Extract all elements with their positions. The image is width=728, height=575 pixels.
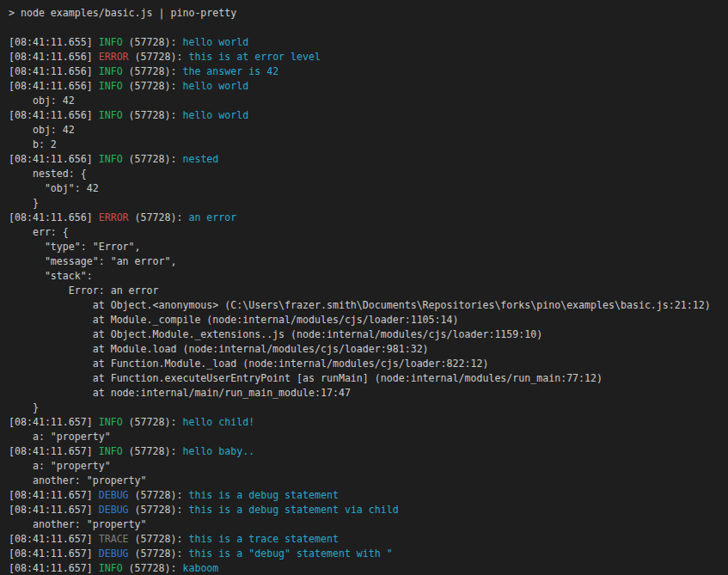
log-message: kaboom — [182, 562, 218, 574]
log-pid: (57728): — [129, 504, 189, 516]
log-level: ERROR — [99, 51, 129, 63]
log-detail-line: a: "property" — [9, 430, 725, 444]
log-pid: (57728): — [123, 562, 183, 574]
log-detail-text: at Function.executeUserEntryPoint [as ru… — [9, 372, 603, 384]
log-line: [08:41:11.656] INFO (57728): hello world — [9, 108, 725, 123]
log-line: [08:41:11.657] INFO (57728): hello child… — [9, 415, 725, 430]
log-level: DEBUG — [99, 504, 129, 516]
log-timestamp: [08:41:11.657] — [9, 547, 99, 560]
log-message: nested — [182, 153, 218, 165]
log-message: an error — [188, 211, 236, 223]
log-detail-line: at Module.load (node:internal/modules/cj… — [9, 342, 725, 357]
blank-line — [9, 21, 725, 35]
log-line: [08:41:11.656] INFO (57728): nested — [9, 152, 725, 167]
log-detail-text: at node:internal/main/run_main_module:17… — [9, 387, 351, 399]
log-level: INFO — [99, 109, 123, 121]
log-detail-line: at Function.executeUserEntryPoint [as ru… — [9, 371, 725, 386]
log-detail-text: a: "property" — [9, 431, 111, 443]
log-timestamp: [08:41:11.657] — [9, 504, 99, 516]
log-level: INFO — [99, 153, 123, 165]
log-pid: (57728): — [129, 211, 189, 223]
log-message: hello world — [182, 80, 248, 92]
log-detail-line: "message": "an error", — [9, 254, 725, 269]
log-detail-line: nested: { — [9, 167, 725, 181]
log-pid: (57728): — [129, 51, 189, 63]
log-detail-line: obj: 42 — [9, 123, 725, 138]
log-message: hello world — [182, 36, 248, 48]
log-detail-text: Error: an error — [9, 284, 159, 297]
log-detail-line: at node:internal/main/run_main_module:17… — [9, 386, 725, 401]
log-message: this is a trace statement — [188, 533, 339, 545]
log-line: [08:41:11.656] INFO (57728): hello world — [9, 79, 725, 94]
log-timestamp: [08:41:11.656] — [9, 211, 99, 223]
log-detail-text: "type": "Error", — [9, 241, 141, 253]
log-detail-text: at Module.load (node:internal/modules/cj… — [9, 343, 429, 355]
terminal-screen[interactable]: > node examples/basic.js | pino-pretty [… — [0, 0, 728, 575]
log-timestamp: [08:41:11.657] — [9, 489, 99, 501]
log-level: INFO — [99, 36, 123, 48]
log-line: [08:41:11.656] ERROR (57728): this is at… — [9, 50, 725, 64]
log-detail-text: at Module._compile (node:internal/module… — [9, 314, 459, 326]
log-timestamp: [08:41:11.656] — [9, 109, 99, 121]
log-detail-text: "message": "an error", — [9, 255, 176, 267]
log-detail-text: b: 2 — [9, 138, 57, 150]
log-detail-text: } — [9, 197, 39, 209]
log-message: the answer is 42 — [182, 65, 278, 77]
log-line: [08:41:11.657] DEBUG (57728): this is a … — [9, 488, 725, 503]
log-line: [08:41:11.657] INFO (57728): hello baby.… — [9, 444, 725, 459]
log-detail-line: obj: 42 — [9, 94, 725, 108]
log-detail-text: err: { — [9, 226, 69, 238]
log-timestamp: [08:41:11.657] — [9, 562, 99, 574]
log-line: [08:41:11.656] INFO (57728): the answer … — [9, 64, 725, 79]
log-message: this is a debug statement via child — [188, 504, 398, 516]
terminal-output: > node examples/basic.js | pino-pretty [… — [9, 6, 725, 575]
log-detail-line: "obj": 42 — [9, 181, 725, 196]
log-detail-line: Error: an error — [9, 284, 725, 298]
log-detail-text: obj: 42 — [9, 124, 75, 136]
log-message: this is a debug statement — [188, 489, 339, 501]
log-timestamp: [08:41:11.657] — [9, 533, 99, 545]
log-detail-line: "type": "Error", — [9, 240, 725, 254]
log-pid: (57728): — [123, 153, 183, 165]
log-detail-line: at Object.<anonymous> (C:\Users\frazer.s… — [9, 298, 725, 313]
log-level: INFO — [99, 562, 123, 574]
log-pid: (57728): — [123, 80, 183, 92]
log-timestamp: [08:41:11.656] — [9, 80, 99, 92]
log-line: [08:41:11.655] INFO (57728): hello world — [9, 35, 725, 50]
log-detail-line: at Function.Module._load (node:internal/… — [9, 357, 725, 371]
log-pid: (57728): — [123, 109, 183, 121]
log-timestamp: [08:41:11.656] — [9, 65, 99, 77]
log-detail-line: another: "property" — [9, 474, 725, 488]
log-pid: (57728): — [129, 489, 189, 501]
log-line: [08:41:11.657] DEBUG (57728): this is a … — [9, 547, 725, 561]
log-pid: (57728): — [123, 445, 183, 457]
log-detail-line: } — [9, 196, 725, 211]
log-timestamp: [08:41:11.655] — [9, 36, 99, 48]
log-line: [08:41:11.657] TRACE (57728): this is a … — [9, 532, 725, 547]
prompt-text: > node examples/basic.js | pino-pretty — [9, 7, 236, 19]
log-message: hello child! — [182, 416, 254, 428]
log-pid: (57728): — [123, 416, 183, 428]
log-level: INFO — [99, 445, 123, 457]
prompt-line: > node examples/basic.js | pino-pretty — [9, 6, 725, 21]
log-pid: (57728): — [123, 36, 183, 48]
log-detail-text: at Function.Module._load (node:internal/… — [9, 358, 488, 370]
log-detail-text: at Object.<anonymous> (C:\Users\frazer.s… — [9, 299, 711, 311]
log-detail-line: at Object.Module._extensions..js (node:i… — [9, 327, 725, 342]
log-level: ERROR — [99, 211, 129, 223]
log-level: TRACE — [99, 533, 129, 545]
log-detail-text: obj: 42 — [9, 95, 75, 107]
log-line: [08:41:11.656] ERROR (57728): an error — [9, 211, 725, 225]
log-line: [08:41:11.657] INFO (57728): kaboom — [9, 561, 725, 575]
log-pid: (57728): — [129, 533, 189, 545]
log-timestamp: [08:41:11.657] — [9, 416, 99, 428]
log-pid: (57728): — [129, 547, 189, 560]
log-detail-text: another: "property" — [9, 518, 147, 530]
log-level: INFO — [99, 416, 123, 428]
log-detail-line: "stack": — [9, 269, 725, 284]
log-detail-text: at Object.Module._extensions..js (node:i… — [9, 328, 542, 340]
log-detail-text: nested: { — [9, 168, 87, 180]
log-timestamp: [08:41:11.656] — [9, 153, 99, 165]
log-detail-text: "obj": 42 — [9, 182, 99, 194]
log-message: hello world — [182, 109, 248, 121]
